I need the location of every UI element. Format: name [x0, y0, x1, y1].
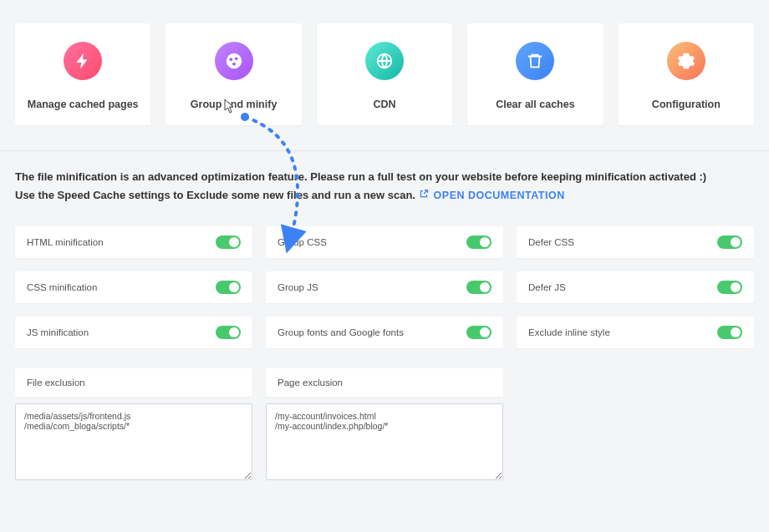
toggle-js-minification[interactable] [216, 326, 241, 339]
setting-label: CSS minification [27, 282, 97, 292]
card-configuration[interactable]: Configuration [619, 23, 754, 125]
card-cdn[interactable]: CDN [317, 23, 452, 125]
file-exclusion-textarea[interactable] [15, 403, 252, 480]
setting-defer-css: Defer CSS [517, 226, 754, 258]
setting-html-minification: HTML minification [15, 226, 252, 258]
setting-label: Group fonts and Google fonts [278, 327, 404, 337]
toggle-group-css[interactable] [466, 236, 491, 249]
info-line-2: Use the Speed Cache settings to Exclude … [15, 186, 754, 205]
globe-icon [365, 42, 404, 80]
svg-point-1 [229, 58, 232, 61]
setting-group-css: Group CSS [266, 226, 503, 258]
setting-label: Group JS [278, 282, 318, 292]
exclusion-row: File exclusion Page exclusion [0, 348, 769, 484]
info-block: The file minification is an advanced opt… [0, 151, 769, 216]
page-exclusion-col: Page exclusion [266, 368, 503, 484]
gear-icon [667, 42, 705, 80]
palette-icon [215, 42, 253, 80]
svg-point-3 [232, 63, 236, 66]
toggle-css-minification[interactable] [216, 281, 241, 294]
bolt-icon [64, 42, 102, 80]
toggle-exclude-inline-style[interactable] [717, 326, 742, 339]
svg-point-0 [226, 53, 241, 68]
setting-label: Exclude inline style [528, 327, 610, 337]
trash-icon [516, 42, 554, 80]
open-documentation-label: OPEN DOCUMENTATION [434, 190, 565, 201]
setting-label: HTML minification [27, 237, 104, 247]
setting-exclude-inline-style: Exclude inline style [517, 317, 754, 348]
setting-label: JS minification [27, 327, 89, 337]
toggle-group-js[interactable] [466, 281, 491, 294]
card-group-and-minify[interactable]: Group and minify [166, 23, 301, 125]
setting-group-js: Group JS [266, 271, 503, 303]
card-label: Clear all caches [476, 99, 594, 110]
settings-grid: HTML minification Group CSS Defer CSS CS… [0, 216, 769, 348]
setting-js-minification: JS minification [15, 317, 252, 348]
toggle-defer-js[interactable] [717, 281, 742, 294]
setting-label: Group CSS [278, 237, 327, 247]
external-link-icon [419, 187, 429, 205]
card-clear-all-caches[interactable]: Clear all caches [467, 23, 603, 125]
setting-label: Defer CSS [528, 237, 574, 247]
setting-css-minification: CSS minification [15, 271, 252, 303]
setting-label: Defer JS [528, 282, 566, 292]
card-label: CDN [325, 99, 444, 110]
svg-point-2 [235, 57, 238, 60]
open-documentation-link[interactable]: OPEN DOCUMENTATION [419, 190, 565, 201]
setting-defer-js: Defer JS [517, 271, 754, 303]
toggle-defer-css[interactable] [717, 236, 742, 249]
page-exclusion-textarea[interactable] [266, 403, 503, 480]
card-label: Configuration [627, 99, 746, 110]
file-exclusion-col: File exclusion [15, 368, 252, 484]
page-exclusion-label: Page exclusion [266, 368, 503, 397]
info-line-2-prefix: Use the Speed Cache settings to Exclude … [15, 189, 419, 201]
info-line-1: The file minification is an advanced opt… [15, 168, 754, 186]
toggle-group-fonts[interactable] [466, 326, 491, 339]
card-manage-cached-pages[interactable]: Manage cached pages [15, 23, 150, 125]
setting-group-fonts: Group fonts and Google fonts [266, 317, 503, 348]
card-label: Group and minify [174, 99, 293, 110]
card-label: Manage cached pages [23, 99, 142, 110]
top-cards-row: Manage cached pages Group and minify CDN… [0, 0, 769, 142]
file-exclusion-label: File exclusion [15, 368, 252, 397]
toggle-html-minification[interactable] [216, 236, 241, 249]
